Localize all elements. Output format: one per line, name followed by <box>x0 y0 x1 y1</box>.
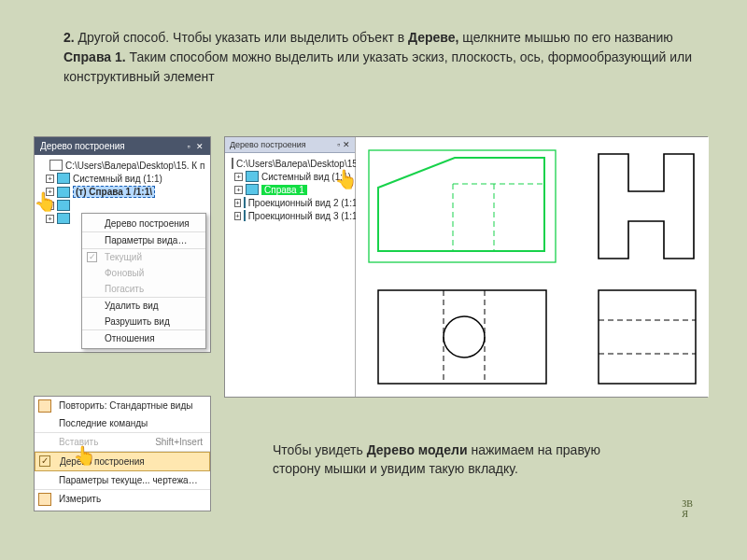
check-icon: ✓ <box>87 252 97 262</box>
drawing-panel: Дерево построения ▫ ✕ C:\Users\Валера\De… <box>224 136 708 398</box>
tree-row-sprava1[interactable]: + (т) Справа 1 /1:1\ <box>38 185 206 199</box>
mi-delete[interactable]: Удалить вид <box>82 298 205 314</box>
mi-bg: Фоновый <box>82 265 205 281</box>
mi2-recent[interactable]: Последние команды <box>35 414 210 433</box>
view-icon <box>246 171 259 182</box>
expand-icon[interactable]: + <box>234 173 243 181</box>
panel3-title: Дерево построения <box>230 140 306 149</box>
bottom-instruction: Чтобы увидеть Дерево модели нажимаем на … <box>273 441 646 479</box>
mi2-measure[interactable]: Измерить <box>35 490 210 508</box>
panel1-title: Дерево построения <box>40 141 125 151</box>
mi-current: ✓Текущий <box>82 249 205 265</box>
mi2-repeat[interactable]: Повторить: Стандартные виды <box>35 397 210 414</box>
mi-tree[interactable]: Дерево построения <box>82 216 205 232</box>
panel3-titlebar: Дерево построения ▫ ✕ <box>225 137 355 153</box>
mi-relations[interactable]: Отношения <box>82 330 205 346</box>
window-controls[interactable]: ▫✕ <box>182 141 204 151</box>
repeat-icon <box>38 399 51 413</box>
tree-panel1: C:\Users\Валера\Desktop\15. К п + Систем… <box>35 155 210 229</box>
measure-icon <box>38 493 51 506</box>
mi2-params[interactable]: Параметры текуще... чертежа… <box>35 471 210 490</box>
view-icon <box>244 197 246 208</box>
view-icon <box>57 213 70 224</box>
expand-icon[interactable]: + <box>46 175 54 183</box>
view-icon <box>246 184 259 195</box>
tree-file-row[interactable]: C:\Users\Валера\Desktop\15. К п <box>38 159 206 172</box>
drawing-svg <box>356 137 709 397</box>
instruction-text: 2. Другой способ. Чтобы указать или выде… <box>63 28 708 87</box>
drawing-canvas <box>356 137 709 397</box>
hand-pointer-icon: 👆 <box>334 168 358 190</box>
svg-rect-4 <box>378 290 546 384</box>
context-menu-panel1: Дерево построения Параметры вида… ✓Текущ… <box>81 213 206 349</box>
p3-proj2[interactable]: +Проекционный вид 2 (1:1) <box>229 196 351 209</box>
svg-point-5 <box>444 316 485 357</box>
p3-sprava1[interactable]: +Справа 1 <box>229 183 351 196</box>
doc-icon <box>49 160 63 171</box>
expand-icon[interactable]: + <box>46 215 54 223</box>
tree-panel-left: Дерево построения ▫✕ C:\Users\Валера\Des… <box>34 136 211 353</box>
check-icon: ✓ <box>39 455 50 467</box>
panel1-titlebar: Дерево построения ▫✕ <box>35 137 210 155</box>
hand-pointer-icon: 👆 <box>34 190 57 213</box>
expand-icon[interactable]: + <box>234 186 243 194</box>
expand-icon[interactable]: + <box>234 199 241 207</box>
p3-file[interactable]: C:\Users\Валера\Desktop\15. К п <box>229 157 351 170</box>
p3-sysview[interactable]: +Системный вид (1:1) <box>229 170 351 183</box>
view-icon <box>57 173 70 184</box>
view-icon <box>57 200 70 211</box>
p3-proj3[interactable]: +Проекционный вид 3 (1:1) <box>229 209 351 222</box>
window-controls[interactable]: ▫ ✕ <box>337 140 350 149</box>
doc-icon <box>232 158 233 169</box>
mi2-tree[interactable]: ✓Дерево построения <box>35 452 210 471</box>
expand-icon[interactable]: + <box>234 212 241 220</box>
svg-rect-8 <box>599 290 696 384</box>
mi-params[interactable]: Параметры вида… <box>82 232 205 249</box>
tree-row-hidden1[interactable]: + <box>38 199 206 212</box>
mi2-paste: ВставитьShift+Insert <box>35 433 210 452</box>
view-icon <box>244 210 246 221</box>
footer-initials: ЗВ Я <box>682 498 693 519</box>
context-menu-panel2: Повторить: Стандартные виды Последние ко… <box>34 396 211 511</box>
view-icon <box>57 187 70 198</box>
mi-destroy[interactable]: Разрушить вид <box>82 314 205 330</box>
mi-off: Погасить <box>82 281 205 298</box>
svg-rect-0 <box>369 150 556 262</box>
tree-row-systemview[interactable]: + Системный вид (1:1) <box>38 172 206 185</box>
hand-pointer-icon: 👆 <box>73 444 96 467</box>
menu2-list: Повторить: Стандартные виды Последние ко… <box>35 397 210 508</box>
